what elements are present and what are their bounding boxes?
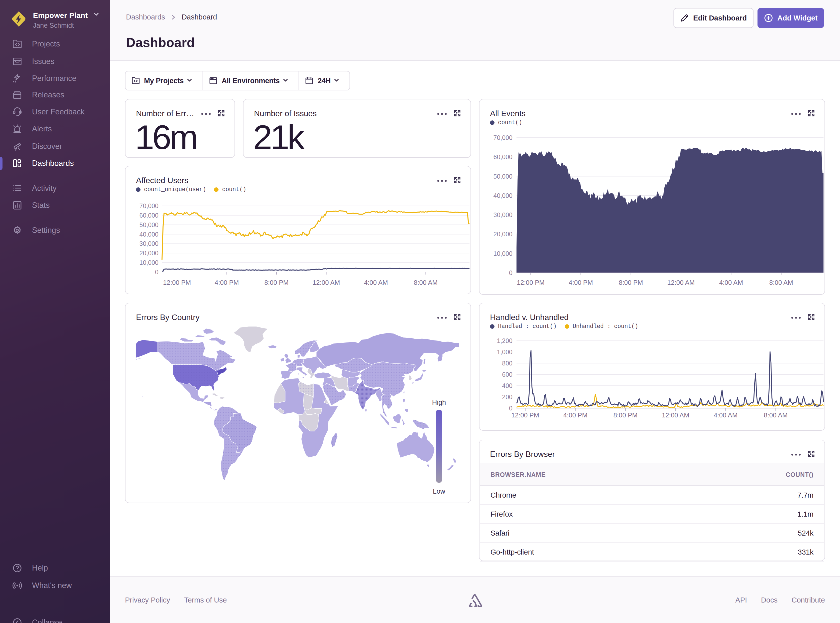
svg-text:0: 0 bbox=[509, 405, 512, 412]
svg-text:200: 200 bbox=[502, 393, 512, 400]
svg-text:30,000: 30,000 bbox=[140, 240, 158, 247]
svg-text:12:00 AM: 12:00 AM bbox=[312, 279, 340, 286]
svg-text:8:00 PM: 8:00 PM bbox=[613, 411, 637, 419]
svg-text:1,000: 1,000 bbox=[497, 348, 512, 356]
svg-text:0: 0 bbox=[155, 269, 158, 276]
svg-text:1,200: 1,200 bbox=[497, 337, 512, 344]
svg-text:50,000: 50,000 bbox=[140, 221, 158, 228]
svg-text:8:00 AM: 8:00 AM bbox=[764, 411, 788, 419]
svg-text:70,000: 70,000 bbox=[140, 203, 158, 209]
svg-text:8:00 AM: 8:00 AM bbox=[414, 279, 437, 286]
svg-text:High: High bbox=[432, 399, 446, 406]
svg-text:20,000: 20,000 bbox=[140, 250, 158, 256]
svg-text:4:00 PM: 4:00 PM bbox=[569, 279, 593, 286]
svg-text:400: 400 bbox=[502, 382, 512, 389]
svg-text:0: 0 bbox=[509, 269, 512, 276]
svg-text:8:00 PM: 8:00 PM bbox=[619, 279, 643, 286]
svg-text:60,000: 60,000 bbox=[140, 212, 158, 219]
svg-text:10,000: 10,000 bbox=[140, 259, 158, 266]
svg-text:70,000: 70,000 bbox=[494, 134, 512, 141]
svg-text:4:00 PM: 4:00 PM bbox=[563, 411, 588, 419]
svg-text:4:00 AM: 4:00 AM bbox=[714, 411, 737, 419]
svg-text:40,000: 40,000 bbox=[140, 231, 158, 238]
svg-text:12:00 AM: 12:00 AM bbox=[667, 279, 695, 286]
svg-text:8:00 AM: 8:00 AM bbox=[769, 279, 793, 286]
svg-text:4:00 PM: 4:00 PM bbox=[215, 279, 239, 286]
svg-text:40,000: 40,000 bbox=[494, 192, 512, 199]
svg-text:60,000: 60,000 bbox=[494, 153, 512, 160]
svg-text:30,000: 30,000 bbox=[494, 211, 512, 218]
svg-text:12:00 PM: 12:00 PM bbox=[511, 411, 539, 419]
svg-text:4:00 AM: 4:00 AM bbox=[719, 279, 743, 286]
svg-text:12:00 PM: 12:00 PM bbox=[163, 279, 191, 286]
svg-text:4:00 AM: 4:00 AM bbox=[364, 279, 388, 286]
svg-text:800: 800 bbox=[502, 360, 512, 367]
svg-text:Low: Low bbox=[433, 488, 445, 495]
svg-text:12:00 AM: 12:00 AM bbox=[662, 411, 689, 419]
svg-text:20,000: 20,000 bbox=[494, 230, 512, 238]
svg-text:10,000: 10,000 bbox=[494, 250, 512, 257]
svg-text:8:00 PM: 8:00 PM bbox=[265, 279, 289, 286]
svg-text:600: 600 bbox=[502, 371, 512, 378]
svg-text:12:00 PM: 12:00 PM bbox=[517, 279, 545, 286]
svg-text:50,000: 50,000 bbox=[494, 173, 512, 180]
